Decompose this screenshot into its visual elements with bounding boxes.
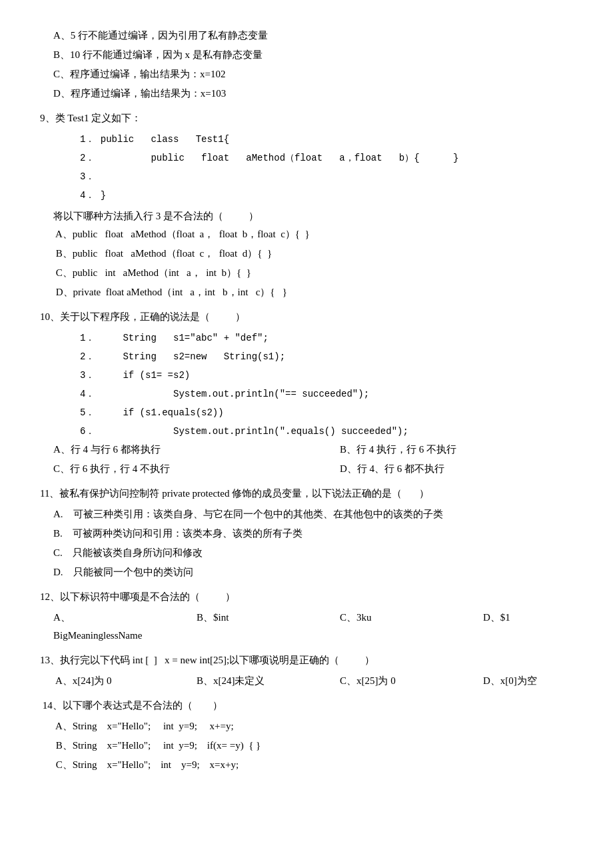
q13-option-d: D、x[0]为空 <box>483 672 573 690</box>
q10-line-2: 2． String s2=new String(s1); <box>80 347 573 366</box>
q10-title: 10、关于以下程序段，正确的说法是（ ） <box>40 308 573 326</box>
code-line-2: 2． public float aMethod（float a，float b）… <box>80 149 573 167</box>
q12-option-c: C、3ku <box>340 609 430 645</box>
q10-option-c: C、行 6 执行，行 4 不执行 <box>53 460 287 478</box>
q11-option-d: D. 只能被同一个包中的类访问 <box>53 563 573 581</box>
option-d-prev: D、程序通过编译，输出结果为：x=103 <box>53 85 573 103</box>
q9-option-c: C、public int aMethod（int a， int b）{ } <box>53 264 573 282</box>
q10-option-b: B、行 4 执行，行 6 不执行 <box>340 441 573 459</box>
option-c-prev: C、程序通过编译，输出结果为：x=102 <box>53 65 573 83</box>
q10-line-6: 6． System.out.println(".equals() succeed… <box>80 422 573 441</box>
q10-line-3: 3． if (s1= =s2) <box>80 366 573 385</box>
q10-option-a: A、行 4 与行 6 都将执行 <box>53 441 287 459</box>
q12-option-a: A、BigMeaninglessName <box>53 609 143 645</box>
q10-line-4: 4． System.out.println("== succeeded"); <box>80 385 573 403</box>
q12-option-d: D、$1 <box>483 609 573 645</box>
q14-options: A、String x="Hello"; int y=9; x+=y; B、Str… <box>53 717 573 774</box>
prev-question-options: A、5 行不能通过编译，因为引用了私有静态变量 B、10 行不能通过编译，因为 … <box>40 27 573 103</box>
q10-options-row1: A、行 4 与行 6 都将执行 B、行 4 执行，行 6 不执行 <box>53 441 573 459</box>
q11-option-c: C. 只能被该类自身所访问和修改 <box>53 544 573 562</box>
question-11: 11、被私有保护访问控制符 private protected 修饰的成员变量，… <box>40 485 573 581</box>
q13-title: 13、执行完以下代码 int [ ] x = new int[25];以下哪项说… <box>40 651 573 669</box>
q9-question-text: 将以下哪种方法插入行 3 是不合法的（ ） <box>53 207 573 225</box>
q10-options: A、行 4 与行 6 都将执行 B、行 4 执行，行 6 不执行 C、行 6 执… <box>53 441 573 478</box>
q10-line-5: 5． if (s1.equals(s2)) <box>80 403 573 422</box>
option-a-prev: A、5 行不能通过编译，因为引用了私有静态变量 <box>53 27 573 45</box>
question-10: 10、关于以下程序段，正确的说法是（ ） 1． String s1="abc" … <box>40 308 573 478</box>
q10-option-d: D、行 4、行 6 都不执行 <box>340 460 573 478</box>
q9-option-d: D、private float aMethod（int a，int b，int … <box>53 283 573 301</box>
q13-options: A、x[24]为 0 B、x[24]未定义 C、x[25]为 0 D、x[0]为… <box>53 672 573 690</box>
q9-option-b: B、public float aMethod（float c， float d）… <box>53 245 573 263</box>
q12-options: A、BigMeaninglessName B、$int C、3ku D、$1 <box>53 609 573 645</box>
q13-option-a: A、x[24]为 0 <box>53 672 143 690</box>
q12-options-row: A、BigMeaninglessName B、$int C、3ku D、$1 <box>53 609 573 645</box>
q14-option-b: B、String x="Hello"; int y=9; if(x= =y) {… <box>53 737 573 755</box>
q11-options: A. 可被三种类引用：该类自身、与它在同一个包中的其他类、在其他包中的该类的子类… <box>53 505 573 581</box>
q10-code: 1． String s1="abc" + "def"; 2． String s2… <box>80 329 573 441</box>
code-line-3: 3． <box>80 167 573 186</box>
code-line-1: 1． public class Test1{ <box>80 130 573 149</box>
q9-code: 1． public class Test1{ 2． public float a… <box>80 130 573 205</box>
question-12: 12、以下标识符中哪项是不合法的（ ） A、BigMeaninglessName… <box>40 588 573 645</box>
q13-option-c: C、x[25]为 0 <box>340 672 430 690</box>
q14-option-a: A、String x="Hello"; int y=9; x+=y; <box>53 717 573 735</box>
option-b-prev: B、10 行不能通过编译，因为 x 是私有静态变量 <box>53 46 573 64</box>
question-14: 14、以下哪个表达式是不合法的（ ） A、String x="Hello"; i… <box>40 697 573 774</box>
q12-title: 12、以下标识符中哪项是不合法的（ ） <box>40 588 573 606</box>
q14-title: 14、以下哪个表达式是不合法的（ ） <box>40 697 573 715</box>
q13-option-b: B、x[24]未定义 <box>197 672 287 690</box>
q13-options-row: A、x[24]为 0 B、x[24]未定义 C、x[25]为 0 D、x[0]为… <box>53 672 573 690</box>
q9-options: A、public float aMethod（float a， float b，… <box>53 225 573 301</box>
q11-option-b: B. 可被两种类访问和引用：该类本身、该类的所有子类 <box>53 525 573 543</box>
q14-option-c: C、String x="Hello"; int y=9; x=x+y; <box>53 756 573 774</box>
question-13: 13、执行完以下代码 int [ ] x = new int[25];以下哪项说… <box>40 651 573 690</box>
q9-option-a: A、public float aMethod（float a， float b，… <box>53 225 573 243</box>
q10-line-1: 1． String s1="abc" + "def"; <box>80 329 573 347</box>
q10-options-row2: C、行 6 执行，行 4 不执行 D、行 4、行 6 都不执行 <box>53 460 573 478</box>
code-line-4: 4． } <box>80 186 573 205</box>
q11-title: 11、被私有保护访问控制符 private protected 修饰的成员变量，… <box>40 485 573 503</box>
question-9: 9、类 Test1 定义如下： 1． public class Test1{ 2… <box>40 109 573 301</box>
q9-title: 9、类 Test1 定义如下： <box>40 109 573 127</box>
q12-option-b: B、$int <box>197 609 287 645</box>
q11-option-a: A. 可被三种类引用：该类自身、与它在同一个包中的其他类、在其他包中的该类的子类 <box>53 505 573 523</box>
